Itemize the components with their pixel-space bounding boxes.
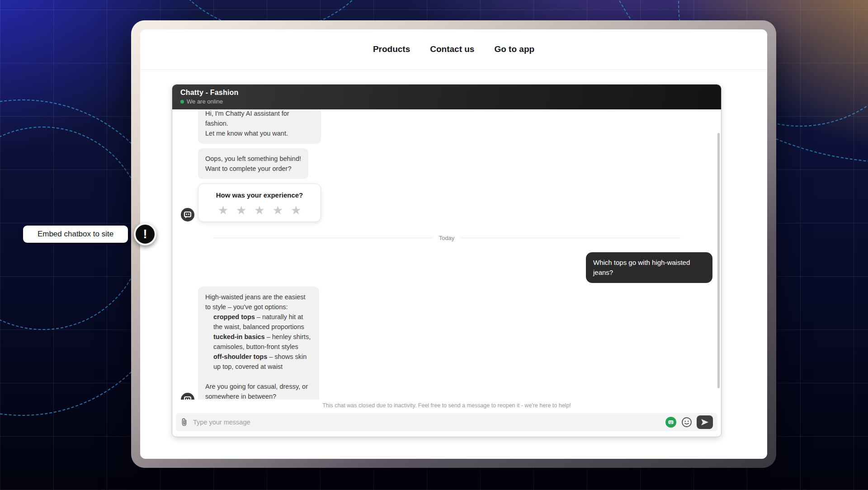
gif-button[interactable] [665,416,677,428]
reply-option: cropped tops – naturally hit at the wais… [205,312,312,332]
star-icon[interactable]: ★ [273,204,283,216]
browser-window: Products Contact us Go to app Chatty - F… [131,20,776,468]
user-message-row: Which tops go with high-waisted jeans? [180,252,713,283]
nav-go-to-app[interactable]: Go to app [494,44,534,54]
user-message: Which tops go with high-waisted jeans? [586,252,712,283]
status-text: We are online [187,98,223,105]
message-input-bar [176,413,717,431]
date-divider: Today [213,235,680,241]
chat-footer: This chat was closed due to inactivity. … [172,400,721,437]
gif-icon [665,416,677,428]
reply-option: off-shoulder tops – shows skin up top, c… [205,352,312,372]
message-line: Want to complete your order? [205,164,301,174]
chat-title: Chatty - Fashion [180,89,713,97]
reply-intro: High-waisted jeans are the easiest to st… [205,292,312,312]
reply-option: tucked-in basics – henley shirts, camiso… [205,332,312,352]
send-button[interactable] [697,415,713,429]
divider-line [461,238,680,238]
chat-widget: Chatty - Fashion We are online [172,84,722,437]
attachment-button[interactable] [180,418,189,427]
chat-status: We are online [180,98,713,105]
site-nav: Products Contact us Go to app [140,29,767,70]
reply-outro: Are you going for casual, dressy, or som… [205,382,312,400]
bot-message-group: High-waisted jeans are the easiest to st… [180,287,713,400]
message-line: Let me know what you want. [205,128,314,138]
bot-message-group: Hi, I'm Chatty AI assistant for fashion.… [180,109,713,222]
rating-card: How was your experience? ★★★★★ [198,184,321,222]
bot-message: Oops, you left something behind! Want to… [198,148,308,179]
chat-closed-notice: This chat was closed due to inactivity. … [176,402,717,409]
nav-contact-us[interactable]: Contact us [430,44,474,54]
divider-line [213,238,433,238]
bot-message: Hi, I'm Chatty AI assistant for fashion.… [198,109,321,144]
bot-avatar-icon [180,392,195,400]
nav-products[interactable]: Products [373,44,410,54]
paperclip-icon [180,418,189,427]
message-line: Hi, I'm Chatty AI assistant for fashion. [205,109,314,128]
emoji-button[interactable] [681,417,692,428]
message-input[interactable] [193,419,660,426]
chat-header: Chatty - Fashion We are online [172,85,721,109]
exclamation-icon[interactable]: ! [134,223,156,245]
star-icon[interactable]: ★ [254,204,264,216]
send-plane-icon [701,419,709,426]
embed-chatbox-tooltip: Embed chatbox to site [23,226,128,243]
emoji-smiley-icon [681,417,692,428]
chat-messages-area: Hi, I'm Chatty AI assistant for fashion.… [172,109,721,400]
star-icon[interactable]: ★ [291,204,301,216]
chat-scrollbar[interactable] [717,133,720,388]
star-icon[interactable]: ★ [236,204,246,216]
online-dot-icon [180,100,184,104]
message-line: Oops, you left something behind! [205,154,301,164]
divider-label: Today [439,235,455,241]
star-row: ★★★★★ [205,204,314,216]
star-icon[interactable]: ★ [218,204,228,216]
rating-title: How was your experience? [205,191,314,199]
bot-avatar-icon [180,207,195,222]
site-page: Products Contact us Go to app Chatty - F… [140,29,767,459]
bot-bubble-stack: Hi, I'm Chatty AI assistant for fashion.… [198,109,321,222]
bot-message: High-waisted jeans are the easiest to st… [198,287,319,400]
